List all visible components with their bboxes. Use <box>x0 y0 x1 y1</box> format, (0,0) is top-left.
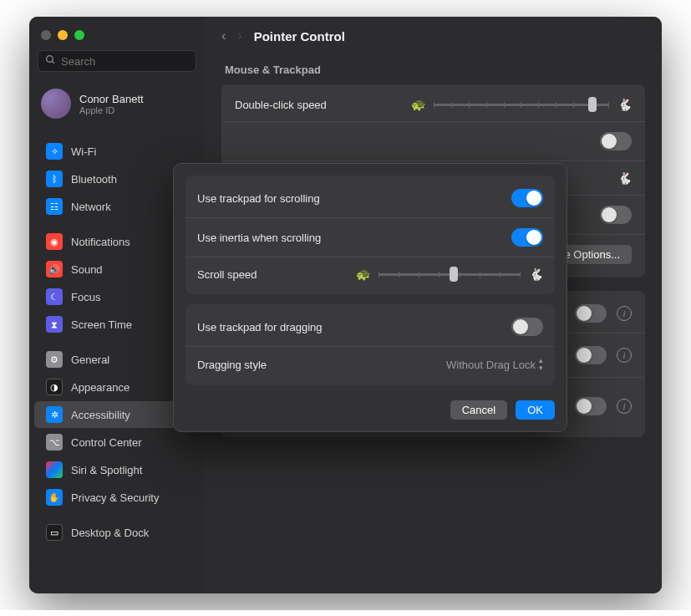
sidebar-item-label: Notifications <box>71 236 130 248</box>
toggle-hidden-1[interactable] <box>600 132 632 150</box>
sidebar-item-label: Screen Time <box>71 318 132 331</box>
sidebar-item-label: Desktop & Dock <box>71 527 149 539</box>
sidebar-item-label: Bluetooth <box>71 173 117 186</box>
forward-button[interactable]: › <box>237 28 241 43</box>
toggle-trackpad-scrolling[interactable] <box>511 189 543 207</box>
sidebar-item-label: Sound <box>71 263 103 276</box>
titlebar: ‹ › Pointer Control <box>205 17 662 52</box>
row-use-inertia: Use inertia when scrolling <box>185 217 555 257</box>
toggle-hidden-4[interactable] <box>575 304 607 323</box>
row-use-trackpad-dragging: Use trackpad for dragging <box>185 308 555 346</box>
use-trackpad-dragging-label: Use trackpad for dragging <box>197 321 323 333</box>
hare-icon: 🐇 <box>617 171 632 185</box>
sidebar-item-control-center[interactable]: ⌥Control Center <box>34 429 200 456</box>
toggle-inertia[interactable] <box>511 228 543 247</box>
modal-panel-scrolling: Use trackpad for scrolling Use inertia w… <box>185 176 555 294</box>
user-name: Conor Banett <box>79 93 144 105</box>
cancel-button[interactable]: Cancel <box>450 400 507 420</box>
ok-button[interactable]: OK <box>516 400 555 420</box>
row-use-trackpad-scrolling: Use trackpad for scrolling <box>185 179 555 217</box>
use-trackpad-scrolling-label: Use trackpad for scrolling <box>197 192 320 205</box>
svg-line-1 <box>52 61 54 64</box>
wifi-icon: ✧ <box>46 143 63 160</box>
scroll-speed-slider[interactable] <box>379 273 521 276</box>
double-click-slider[interactable] <box>434 104 609 106</box>
network-icon: ☷ <box>46 198 63 215</box>
sidebar-item-label: Focus <box>71 291 100 303</box>
toggle-head-pointer[interactable] <box>575 397 607 415</box>
double-click-slider-wrap: 🐢 🐇 <box>411 98 632 111</box>
dragging-style-value: Without Drag Lock <box>446 359 536 371</box>
bell-icon: ◉ <box>46 233 63 250</box>
row-partially-hidden-1 <box>221 121 645 160</box>
chevron-updown-icon: ▴▾ <box>539 357 543 372</box>
avatar <box>41 89 71 119</box>
toggle-alternate-pointer[interactable] <box>575 346 607 364</box>
sound-icon: 🔊 <box>46 261 63 277</box>
sidebar-item-label: Control Center <box>71 436 142 449</box>
hare-icon: 🐇 <box>617 98 632 111</box>
gear-icon: ⚙ <box>46 351 63 368</box>
row-double-click-speed: Double-click speed 🐢 🐇 <box>221 88 645 121</box>
row-dragging-style: Dragging style Without Drag Lock ▴▾ <box>185 346 555 382</box>
bluetooth-icon: ᛒ <box>46 171 63 187</box>
hare-icon: 🐇 <box>529 267 543 281</box>
modal-panel-dragging: Use trackpad for dragging Dragging style… <box>185 304 555 385</box>
hand-icon: ✋ <box>46 489 63 506</box>
search-input[interactable] <box>61 55 201 68</box>
info-icon[interactable]: i <box>617 399 632 414</box>
scroll-speed-slider-wrap: 🐢 🐇 <box>356 267 543 281</box>
info-icon[interactable]: i <box>617 306 632 321</box>
slider-thumb[interactable] <box>450 267 458 282</box>
back-button[interactable]: ‹ <box>221 28 226 43</box>
svg-point-0 <box>47 56 53 63</box>
slider-thumb[interactable] <box>588 97 597 112</box>
use-inertia-label: Use inertia when scrolling <box>197 232 321 244</box>
system-settings-window: Conor Banett Apple ID ✧Wi-Fi ᛒBluetooth … <box>29 17 662 593</box>
sidebar-item-label: General <box>71 354 109 366</box>
sidebar-item-label: Appearance <box>71 381 130 394</box>
row-scroll-speed: Scroll speed 🐢 🐇 <box>185 257 555 291</box>
sidebar-item-privacy-security[interactable]: ✋Privacy & Security <box>34 484 200 511</box>
search-icon <box>45 54 56 68</box>
user-profile-row[interactable]: Conor Banett Apple ID <box>29 84 205 130</box>
appearance-icon: ◑ <box>46 379 63 395</box>
hourglass-icon: ⧗ <box>46 316 63 333</box>
accessibility-icon: ✲ <box>46 406 63 423</box>
double-click-label: Double-click speed <box>235 99 327 111</box>
user-sub: Apple ID <box>79 105 144 115</box>
toggle-trackpad-dragging[interactable] <box>511 318 543 336</box>
zoom-window-button[interactable] <box>74 30 84 40</box>
traffic-lights <box>29 25 205 50</box>
nav-group-desktop: ▭Desktop & Dock <box>29 518 205 547</box>
sidebar-item-label: Wi-Fi <box>71 145 96 158</box>
sidebar-item-label: Accessibility <box>71 409 130 421</box>
toggle-hidden-2[interactable] <box>600 206 632 224</box>
sidebar-item-siri-spotlight[interactable]: Siri & Spotlight <box>34 456 200 483</box>
tortoise-icon: 🐢 <box>411 98 425 111</box>
tortoise-icon: 🐢 <box>356 267 370 281</box>
modal-footer: Cancel OK <box>185 400 555 420</box>
page-title: Pointer Control <box>254 29 345 43</box>
sidebar-item-label: Siri & Spotlight <box>71 464 142 476</box>
desktop-icon: ▭ <box>46 524 63 541</box>
scroll-speed-label: Scroll speed <box>197 268 257 281</box>
sidebar-item-wifi[interactable]: ✧Wi-Fi <box>34 138 200 165</box>
section-label-mouse-trackpad: Mouse & Trackpad <box>225 64 642 76</box>
close-window-button[interactable] <box>41 30 51 40</box>
sidebar-item-desktop-dock[interactable]: ▭Desktop & Dock <box>34 519 200 546</box>
search-box[interactable] <box>38 50 196 72</box>
control-center-icon: ⌥ <box>46 434 63 451</box>
siri-icon <box>46 461 63 478</box>
moon-icon: ☾ <box>46 288 63 305</box>
dragging-style-select[interactable]: Without Drag Lock ▴▾ <box>446 357 543 372</box>
minimize-window-button[interactable] <box>58 30 68 40</box>
sidebar-item-label: Network <box>71 201 111 213</box>
dragging-style-label: Dragging style <box>197 359 267 371</box>
info-icon[interactable]: i <box>617 348 632 363</box>
trackpad-options-modal: Use trackpad for scrolling Use inertia w… <box>173 163 567 432</box>
sidebar-item-label: Privacy & Security <box>71 491 159 504</box>
